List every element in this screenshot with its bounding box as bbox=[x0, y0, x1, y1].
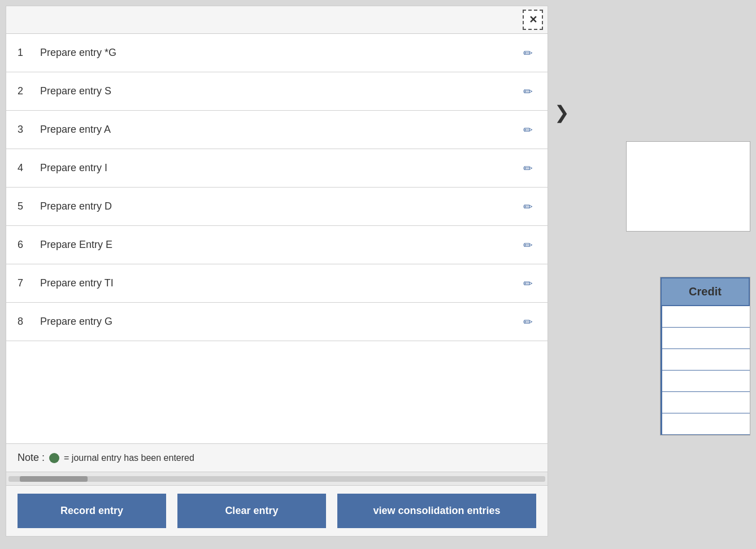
credit-input-field[interactable] bbox=[661, 371, 750, 392]
view-consolidation-button[interactable]: view consolidation entries bbox=[337, 494, 536, 528]
entry-label: Prepare entry TI bbox=[40, 277, 519, 289]
entry-number: 8 bbox=[18, 316, 40, 328]
credit-input-field[interactable] bbox=[661, 413, 750, 435]
entry-row: 2Prepare entry S✏ bbox=[6, 72, 548, 111]
entry-row: 4Prepare entry I✏ bbox=[6, 149, 548, 188]
entry-label: Prepare entry *G bbox=[40, 47, 519, 59]
close-button[interactable]: ✕ bbox=[523, 10, 543, 30]
dialog-header: ✕ bbox=[6, 6, 548, 34]
chevron-icon[interactable]: ❯ bbox=[554, 102, 570, 123]
entry-number: 2 bbox=[18, 85, 40, 97]
edit-icon[interactable]: ✏ bbox=[519, 200, 536, 213]
entry-number: 7 bbox=[18, 277, 40, 289]
edit-icon[interactable]: ✏ bbox=[519, 162, 536, 175]
edit-icon[interactable]: ✏ bbox=[519, 238, 536, 252]
clear-entry-button[interactable]: Clear entry bbox=[177, 494, 326, 528]
right-input-box bbox=[626, 141, 750, 232]
edit-icon[interactable]: ✏ bbox=[519, 85, 536, 98]
credit-input-field[interactable] bbox=[661, 349, 750, 371]
entry-row: 6Prepare Entry E✏ bbox=[6, 226, 548, 264]
entry-label: Prepare Entry E bbox=[40, 239, 519, 251]
action-buttons: Record entry Clear entry view consolidat… bbox=[6, 485, 548, 536]
scroll-bar-area[interactable] bbox=[6, 472, 548, 485]
entry-number: 4 bbox=[18, 162, 40, 174]
credit-input-field[interactable] bbox=[661, 328, 750, 349]
entry-label: Prepare entry S bbox=[40, 85, 519, 97]
record-entry-button[interactable]: Record entry bbox=[18, 494, 166, 528]
entry-number: 3 bbox=[18, 124, 40, 136]
entry-label: Prepare entry D bbox=[40, 201, 519, 212]
credit-input-field[interactable] bbox=[661, 306, 750, 328]
credit-table: Credit bbox=[660, 277, 750, 435]
scroll-thumb bbox=[20, 476, 88, 482]
note-area: Note : = journal entry has been entered bbox=[6, 443, 548, 472]
entry-number: 5 bbox=[18, 201, 40, 212]
credit-inputs bbox=[661, 306, 750, 435]
entry-label: Prepare entry G bbox=[40, 316, 519, 328]
entry-number: 6 bbox=[18, 239, 40, 251]
entry-row: 3Prepare entry A✏ bbox=[6, 111, 548, 149]
credit-header: Credit bbox=[661, 277, 750, 306]
dialog-panel: ✕ 1Prepare entry *G✏2Prepare entry S✏3Pr… bbox=[6, 6, 548, 537]
edit-icon[interactable]: ✏ bbox=[519, 123, 536, 137]
entry-number: 1 bbox=[18, 47, 40, 59]
entry-row: 5Prepare entry D✏ bbox=[6, 188, 548, 226]
credit-input-field[interactable] bbox=[661, 392, 750, 413]
note-prefix: Note : bbox=[18, 452, 45, 464]
scroll-track bbox=[8, 476, 545, 482]
entry-row: 7Prepare entry TI✏ bbox=[6, 264, 548, 303]
green-dot-icon bbox=[49, 453, 59, 463]
entry-row: 1Prepare entry *G✏ bbox=[6, 34, 548, 72]
edit-icon[interactable]: ✏ bbox=[519, 46, 536, 60]
entry-label: Prepare entry A bbox=[40, 124, 519, 136]
entry-row: 8Prepare entry G✏ bbox=[6, 303, 548, 341]
entry-label: Prepare entry I bbox=[40, 162, 519, 174]
entry-list: 1Prepare entry *G✏2Prepare entry S✏3Prep… bbox=[6, 34, 548, 443]
note-text: = journal entry has been entered bbox=[64, 453, 194, 463]
edit-icon[interactable]: ✏ bbox=[519, 277, 536, 290]
edit-icon[interactable]: ✏ bbox=[519, 315, 536, 329]
